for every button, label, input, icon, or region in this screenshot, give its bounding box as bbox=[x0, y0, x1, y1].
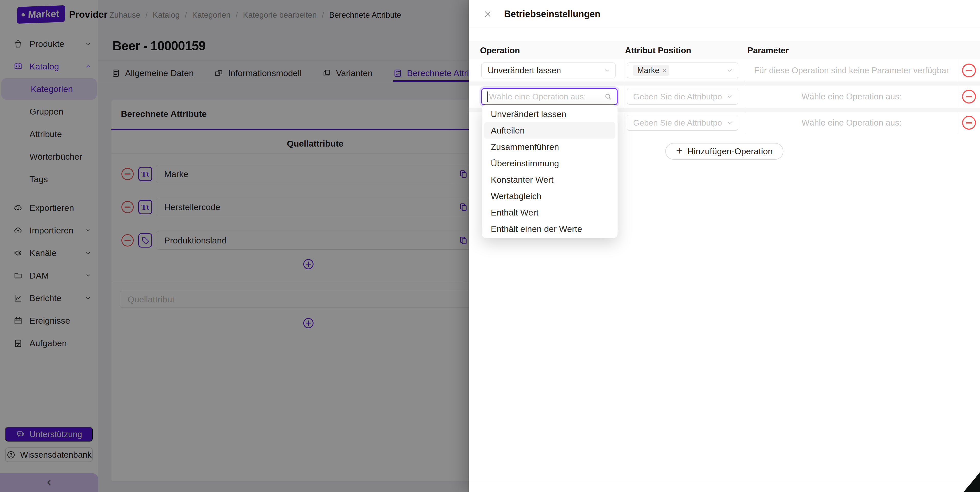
dropdown-option[interactable]: Enthält einen der Werte bbox=[484, 221, 615, 237]
column-header-operation: Operation bbox=[469, 46, 623, 55]
text-caret bbox=[487, 91, 488, 102]
attribute-position-select[interactable]: Marke × bbox=[627, 62, 738, 78]
drawer-header: Betriebseinstellungen bbox=[469, 0, 980, 28]
dropdown-option[interactable]: Wertabgleich bbox=[484, 188, 615, 204]
attribute-tag-label: Marke bbox=[637, 66, 659, 75]
operation-dropdown: Unverändert lassen Aufteilen Zusammenfüh… bbox=[482, 105, 617, 238]
column-header-parameter: Parameter bbox=[745, 46, 958, 55]
remove-operation-button[interactable] bbox=[962, 116, 976, 130]
attribute-position-placeholder: Geben Sie die Attributposi... bbox=[633, 92, 722, 102]
dropdown-option[interactable]: Konstanter Wert bbox=[484, 172, 615, 188]
attribute-tag-chip: Marke × bbox=[633, 65, 669, 76]
attribute-position-select[interactable]: Geben Sie die Attributposi... bbox=[627, 115, 738, 131]
operations-table-header: Operation Attribut Position Parameter bbox=[469, 41, 980, 59]
plus-icon: + bbox=[676, 146, 682, 156]
remove-operation-button[interactable] bbox=[962, 64, 976, 77]
parameter-note: Für diese Operation sind keine Parameter… bbox=[754, 65, 949, 75]
dropdown-option[interactable]: Zusammenführen bbox=[484, 139, 615, 155]
operation-row: Unverändert lassen Marke × Für diese Ope… bbox=[469, 59, 980, 81]
parameter-placeholder: Wähle eine Operation aus: bbox=[802, 92, 902, 102]
dropdown-option[interactable]: Unverändert lassen bbox=[484, 106, 615, 122]
chevron-down-icon bbox=[726, 119, 733, 126]
operation-select[interactable]: Unverändert lassen bbox=[481, 62, 616, 78]
parameter-placeholder: Wähle eine Operation aus: bbox=[802, 118, 902, 127]
remove-tag-icon[interactable]: × bbox=[662, 66, 667, 75]
operation-settings-drawer: Betriebseinstellungen Operation Attribut… bbox=[469, 0, 980, 492]
add-operation-button[interactable]: + Hinzufügen-Operation bbox=[665, 143, 783, 160]
dropdown-option-highlighted[interactable]: Aufteilen bbox=[484, 122, 615, 139]
attribute-position-placeholder: Geben Sie die Attributposi... bbox=[633, 118, 722, 127]
search-icon bbox=[604, 92, 612, 101]
column-header-attribut-position: Attribut Position bbox=[623, 46, 745, 55]
operation-search-placeholder: Wähle eine Operation aus: bbox=[489, 92, 586, 102]
attribute-position-select[interactable]: Geben Sie die Attributposi... bbox=[627, 89, 738, 105]
chevron-down-icon bbox=[726, 93, 733, 100]
operation-search-input[interactable]: Wähle eine Operation aus: bbox=[481, 88, 617, 105]
dropdown-option[interactable]: Enthält Wert bbox=[484, 204, 615, 221]
operation-select-value: Unverändert lassen bbox=[488, 65, 561, 75]
remove-operation-button[interactable] bbox=[962, 90, 976, 103]
chevron-down-icon bbox=[603, 67, 611, 74]
chevron-down-icon bbox=[726, 67, 733, 74]
add-operation-label: Hinzufügen-Operation bbox=[687, 146, 773, 156]
drawer-title: Betriebseinstellungen bbox=[504, 9, 600, 19]
drawer-footer bbox=[469, 480, 980, 492]
dropdown-option[interactable]: Übereinstimmung bbox=[484, 155, 615, 172]
close-icon[interactable] bbox=[483, 10, 492, 19]
row-gap bbox=[469, 81, 980, 86]
